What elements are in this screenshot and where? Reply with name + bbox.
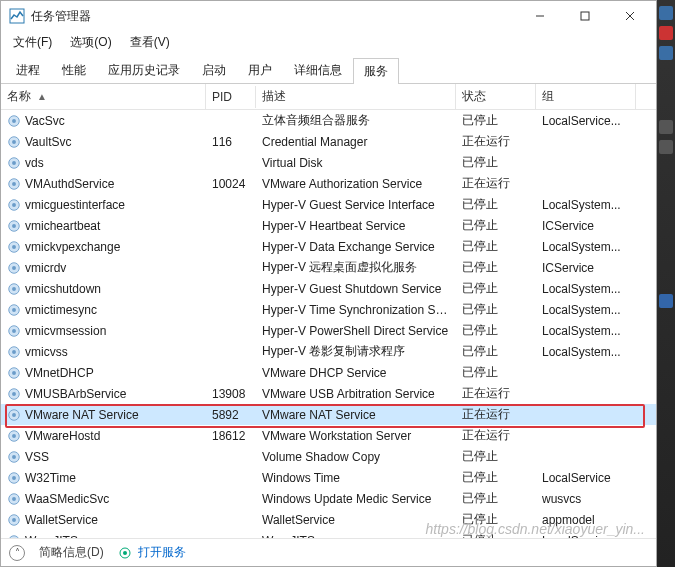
table-row[interactable]: WalletServiceWalletService已停止appmodel: [1, 509, 656, 530]
service-desc: Hyper-V Heartbeat Service: [256, 218, 456, 234]
header-name[interactable]: 名称▲: [1, 84, 206, 109]
tab-details[interactable]: 详细信息: [283, 57, 353, 83]
service-pid: [206, 204, 256, 206]
service-group: wusvcs: [536, 491, 636, 507]
service-desc: Windows Time: [256, 470, 456, 486]
svg-point-14: [12, 203, 16, 207]
service-desc: WalletService: [256, 512, 456, 528]
service-name: VaultSvc: [25, 135, 71, 149]
close-button[interactable]: [607, 2, 652, 30]
service-pid: [206, 372, 256, 374]
table-row[interactable]: WarpJITSvcWarpJITSvc已停止LocalService...: [1, 530, 656, 538]
table-row[interactable]: vmicrdvHyper-V 远程桌面虚拟化服务已停止ICService: [1, 257, 656, 278]
titlebar[interactable]: 任务管理器: [1, 1, 656, 31]
service-gear-icon: [7, 345, 21, 359]
maximize-button[interactable]: [562, 2, 607, 30]
table-row[interactable]: VMwareHostd18612VMware Workstation Serve…: [1, 425, 656, 446]
svg-point-6: [12, 119, 16, 123]
service-desc: Hyper-V Time Synchronization Se...: [256, 302, 456, 318]
service-name: vmicheartbeat: [25, 219, 100, 233]
open-services-link[interactable]: 打开服务: [118, 544, 186, 561]
table-row[interactable]: vmicvssHyper-V 卷影复制请求程序已停止LocalSystem...: [1, 341, 656, 362]
service-group: LocalSystem...: [536, 323, 636, 339]
minimize-button[interactable]: [517, 2, 562, 30]
table-row[interactable]: vmickvpexchangeHyper-V Data Exchange Ser…: [1, 236, 656, 257]
service-desc: Hyper-V Guest Shutdown Service: [256, 281, 456, 297]
service-pid: [206, 498, 256, 500]
table-row[interactable]: VSSVolume Shadow Copy已停止: [1, 446, 656, 467]
service-status: 已停止: [456, 489, 536, 508]
collapse-button[interactable]: ˄: [9, 545, 25, 561]
service-status: 已停止: [456, 216, 536, 235]
service-pid: 13908: [206, 386, 256, 402]
table-row[interactable]: VMnetDHCPVMware DHCP Service已停止: [1, 362, 656, 383]
service-name: VMAuthdService: [25, 177, 114, 191]
service-desc: Credential Manager: [256, 134, 456, 150]
tab-services[interactable]: 服务: [353, 58, 399, 84]
service-status: 已停止: [456, 531, 536, 538]
table-row[interactable]: VMUSBArbService13908VMware USB Arbitrati…: [1, 383, 656, 404]
svg-point-32: [12, 392, 16, 396]
table-row[interactable]: vmictimesyncHyper-V Time Synchronization…: [1, 299, 656, 320]
svg-point-8: [12, 140, 16, 144]
table-row[interactable]: VMAuthdService10024VMware Authorization …: [1, 173, 656, 194]
service-pid: 5892: [206, 407, 256, 423]
table-row[interactable]: VacSvc立体音频组合器服务已停止LocalService...: [1, 110, 656, 131]
service-desc: Virtual Disk: [256, 155, 456, 171]
svg-point-22: [12, 287, 16, 291]
service-gear-icon: [7, 114, 21, 128]
service-name: vmictimesync: [25, 303, 97, 317]
tab-apphistory[interactable]: 应用历史记录: [97, 57, 191, 83]
table-header: 名称▲ PID 描述 状态 组: [1, 84, 656, 110]
service-status: 已停止: [456, 279, 536, 298]
service-group: [536, 456, 636, 458]
table-row[interactable]: WaaSMedicSvcWindows Update Medic Service…: [1, 488, 656, 509]
service-pid: [206, 351, 256, 353]
service-desc: Hyper-V Guest Service Interface: [256, 197, 456, 213]
service-name: vmickvpexchange: [25, 240, 120, 254]
service-name: VMnetDHCP: [25, 366, 94, 380]
menu-options[interactable]: 选项(O): [62, 32, 119, 53]
table-row[interactable]: vdsVirtual Disk已停止: [1, 152, 656, 173]
service-pid: [206, 267, 256, 269]
table-row[interactable]: VMware NAT Service5892VMware NAT Service…: [1, 404, 656, 425]
service-group: [536, 141, 636, 143]
table-row[interactable]: vmicguestinterfaceHyper-V Guest Service …: [1, 194, 656, 215]
header-desc[interactable]: 描述: [256, 84, 456, 109]
table-row[interactable]: vmicheartbeatHyper-V Heartbeat Service已停…: [1, 215, 656, 236]
service-group: LocalService: [536, 470, 636, 486]
menu-file[interactable]: 文件(F): [5, 32, 60, 53]
svg-point-48: [123, 551, 127, 555]
sort-asc-icon: ▲: [37, 91, 47, 102]
svg-point-24: [12, 308, 16, 312]
service-desc: Hyper-V 卷影复制请求程序: [256, 342, 456, 361]
table-row[interactable]: vmicshutdownHyper-V Guest Shutdown Servi…: [1, 278, 656, 299]
tab-processes[interactable]: 进程: [5, 57, 51, 83]
service-group: [536, 435, 636, 437]
svg-point-18: [12, 245, 16, 249]
tab-users[interactable]: 用户: [237, 57, 283, 83]
menu-view[interactable]: 查看(V): [122, 32, 178, 53]
task-manager-window: 任务管理器 文件(F) 选项(O) 查看(V) 进程 性能 应用历史记录 启动 …: [0, 0, 657, 567]
table-row[interactable]: VaultSvc116Credential Manager正在运行: [1, 131, 656, 152]
svg-point-34: [12, 413, 16, 417]
tab-performance[interactable]: 性能: [51, 57, 97, 83]
table-row[interactable]: vmicvmsessionHyper-V PowerShell Direct S…: [1, 320, 656, 341]
tab-startup[interactable]: 启动: [191, 57, 237, 83]
header-pid[interactable]: PID: [206, 86, 256, 108]
header-group[interactable]: 组: [536, 84, 636, 109]
service-name: WalletService: [25, 513, 98, 527]
svg-point-10: [12, 161, 16, 165]
service-group: appmodel: [536, 512, 636, 528]
service-name: vmicvmsession: [25, 324, 106, 338]
table-row[interactable]: W32TimeWindows Time已停止LocalService: [1, 467, 656, 488]
header-status[interactable]: 状态: [456, 84, 536, 109]
service-group: LocalService...: [536, 113, 636, 129]
service-desc: Hyper-V 远程桌面虚拟化服务: [256, 258, 456, 277]
service-group: LocalSystem...: [536, 281, 636, 297]
svg-rect-2: [581, 12, 589, 20]
brief-info-label[interactable]: 简略信息(D): [39, 544, 104, 561]
service-gear-icon: [7, 135, 21, 149]
service-status: 已停止: [456, 300, 536, 319]
svg-point-38: [12, 455, 16, 459]
